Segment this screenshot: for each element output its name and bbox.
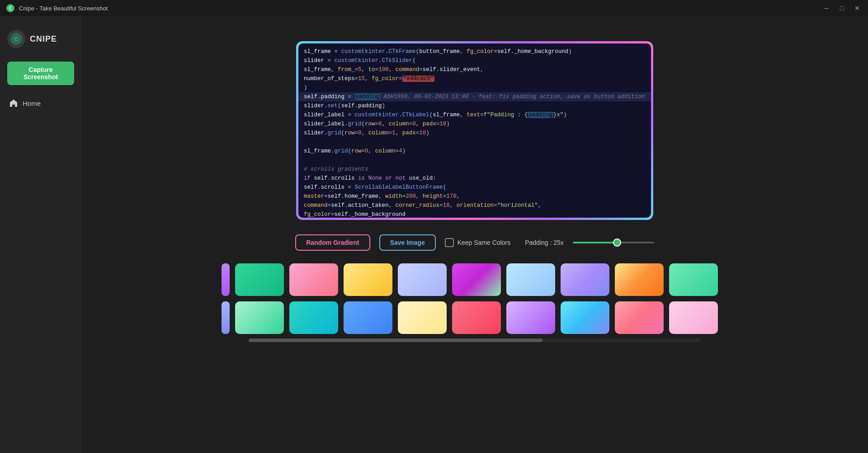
color-grid-section	[222, 263, 728, 334]
keep-same-colors-label: Keep Same Colors	[458, 239, 511, 246]
color-swatch-15[interactable]	[506, 301, 555, 334]
color-swatch-12[interactable]	[344, 301, 392, 334]
color-row-2	[222, 301, 728, 334]
keep-same-colors-checkbox[interactable]	[445, 238, 454, 247]
titlebar: C Cnipe - Take Beautiful Screenshot ─ □ …	[0, 0, 868, 16]
code-line-12: sl_frame.grid(row=0, column=4)	[304, 147, 646, 156]
code-line-7: slider.set(self.padding)	[304, 101, 646, 110]
color-swatch-18[interactable]	[669, 301, 718, 334]
color-swatch-4[interactable]	[398, 263, 447, 296]
color-row-1	[222, 263, 728, 296]
keep-same-colors-group: Keep Same Colors	[445, 238, 511, 247]
padding-slider[interactable]	[573, 242, 654, 243]
code-line-17: master=self.home_frame, width=200, heigh…	[304, 192, 646, 201]
color-swatch-6[interactable]	[506, 263, 555, 296]
code-line-4: number_of_steps=15, fg_color="#49cdc5"	[304, 74, 646, 83]
padding-label: Padding : 25x	[525, 239, 564, 246]
color-grid	[222, 263, 728, 334]
color-swatch-14[interactable]	[452, 301, 501, 334]
maximize-button[interactable]: □	[837, 4, 846, 13]
sidebar: C CNIPE Capture Screenshot Home	[0, 16, 81, 453]
color-swatch-16[interactable]	[561, 301, 609, 334]
code-line-3: sl_frame, from_=5, to=100, command=self.…	[304, 65, 646, 74]
code-line-18: command=self.action_taken, corner_radius…	[304, 201, 646, 210]
code-line-13	[304, 156, 646, 165]
color-swatch-11[interactable]	[289, 301, 338, 334]
svg-text:C: C	[14, 36, 19, 43]
code-line-15: if self.scrolls is None or not use_old:	[304, 174, 646, 183]
code-preview-container: sl_frame = customtkinter.CTkFrame(button…	[296, 41, 653, 220]
color-swatch-1[interactable]	[235, 263, 284, 296]
color-swatch-7[interactable]	[561, 263, 609, 296]
titlebar-title: Cnipe - Take Beautiful Screenshot	[19, 5, 817, 12]
code-line-14: # scrolls gradients	[304, 165, 646, 174]
close-button[interactable]: ✕	[853, 4, 862, 13]
logo-icon: C	[7, 30, 25, 48]
color-swatch-10[interactable]	[235, 301, 284, 334]
code-line-11	[304, 138, 646, 147]
sidebar-logo: C CNIPE	[0, 25, 81, 52]
code-line-1: sl_frame = customtkinter.CTkFrame(button…	[304, 47, 646, 56]
sidebar-logo-text: CNIPE	[30, 34, 57, 44]
color-swatch-2[interactable]	[289, 263, 338, 296]
code-line-2: slider = customtkinter.CTkSlider(	[304, 56, 646, 65]
code-line-5: )	[304, 83, 646, 92]
sidebar-item-home[interactable]: Home	[0, 94, 81, 112]
app-icon: C	[6, 4, 14, 12]
code-line-16: self.scrolls = ScrollableLabelButtonFram…	[304, 183, 646, 192]
code-line-9: slider_label.grid(row=0, column=0, padx=…	[304, 119, 646, 129]
color-swatch-3[interactable]	[344, 263, 392, 296]
color-swatch-17[interactable]	[615, 301, 664, 334]
window-controls: ─ □ ✕	[822, 4, 862, 13]
color-swatch-13[interactable]	[398, 301, 447, 334]
controls-bar: Random Gradient Save Image Keep Same Col…	[295, 234, 654, 251]
sidebar-home-label: Home	[23, 100, 41, 107]
code-line-10: slider.grid(row=0, column=1, padx=10)	[304, 129, 646, 138]
color-swatch-slim-1[interactable]	[222, 263, 230, 296]
capture-screenshot-button[interactable]: Capture Screenshot	[7, 62, 74, 85]
color-swatch-8[interactable]	[615, 263, 664, 296]
horizontal-scrollbar[interactable]	[249, 339, 701, 342]
code-line-8: slider_label = customtkinter.CTkLabel(sl…	[304, 110, 646, 119]
save-image-button[interactable]: Save Image	[379, 234, 436, 251]
main-content: sl_frame = customtkinter.CTkFrame(button…	[81, 16, 868, 453]
code-line-19: fg_color=self._home_background	[304, 210, 646, 218]
random-gradient-button[interactable]: Random Gradient	[295, 234, 370, 251]
color-swatch-slim-2[interactable]	[222, 301, 230, 334]
padding-slider-container	[573, 242, 654, 243]
code-line-6: self.padding = padding ASH1998, 09-02-20…	[298, 92, 651, 101]
app-wrapper: C CNIPE Capture Screenshot Home sl_frame…	[0, 16, 868, 453]
minimize-button[interactable]: ─	[822, 4, 831, 13]
color-swatch-5[interactable]	[452, 263, 501, 296]
color-swatch-9[interactable]	[669, 263, 718, 296]
home-icon	[9, 99, 18, 108]
code-window: sl_frame = customtkinter.CTkFrame(button…	[298, 43, 651, 218]
